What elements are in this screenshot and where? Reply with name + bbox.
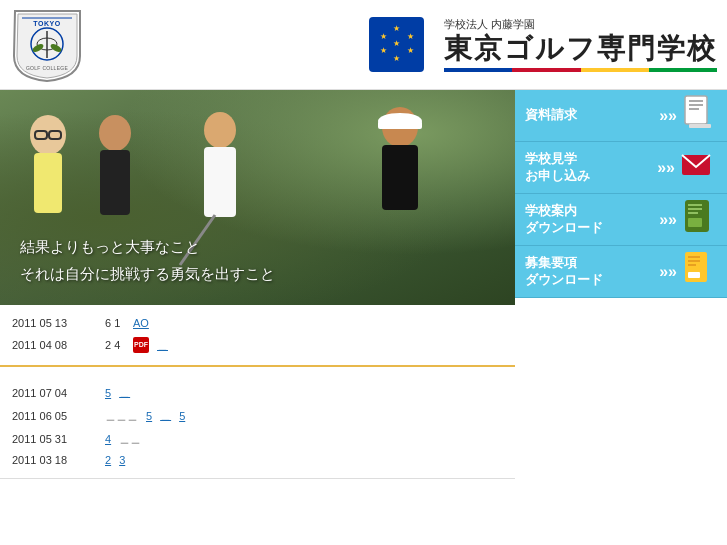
hero-quote-line1: 結果よりもっと大事なこと xyxy=(20,233,275,260)
news-row-1: 2011 05 13 6 1 AO xyxy=(12,313,503,333)
sidebar-btn-catalog-arrow: »» xyxy=(659,107,677,125)
news-row-6: 2011 03 18 2 3 xyxy=(12,450,503,470)
news-date-3: 2011 07 04 xyxy=(12,387,97,399)
color-bar xyxy=(444,68,717,72)
news-section-2: 2011 07 04 5 ＿ 2011 06 05 ＿＿＿ 5 ＿ 5 2011… xyxy=(0,367,515,479)
school-name-block: 学校法人 内藤学園 東京ゴルフ専門学校 xyxy=(444,17,717,73)
news-date-6: 2011 03 18 xyxy=(12,454,97,466)
svg-text:GOLF COLLEGE: GOLF COLLEGE xyxy=(26,65,69,71)
sidebar-btn-guide[interactable]: 学校案内 ダウンロード »» xyxy=(515,194,727,246)
sidebar-btn-visit-arrow: »» xyxy=(657,159,675,177)
svg-rect-31 xyxy=(689,104,703,106)
news-link-5[interactable]: 4 xyxy=(105,433,111,445)
content-area: 結果よりもっと大事なこと それは自分に挑戦する勇気を出すこと 2011 05 1… xyxy=(0,90,515,479)
svg-text:★: ★ xyxy=(407,32,414,41)
svg-rect-32 xyxy=(689,108,699,110)
sidebar-btn-guide-label: 学校案内 ダウンロード xyxy=(525,203,655,237)
pdf-icon[interactable]: PDF xyxy=(133,337,149,353)
news-row-4: 2011 06 05 ＿＿＿ 5 ＿ 5 xyxy=(12,404,503,427)
svg-rect-36 xyxy=(688,204,702,206)
logo-right: ★ ★ ★ ★ ★ ★ ★ 学校法人 内藤学園 東京ゴルフ専門学校 xyxy=(369,17,717,73)
school-title: 東京ゴルフ専門学校 xyxy=(444,34,717,65)
svg-rect-38 xyxy=(688,212,698,214)
eu-stars-icon: ★ ★ ★ ★ ★ ★ ★ xyxy=(369,17,424,72)
svg-rect-43 xyxy=(688,264,696,266)
svg-rect-39 xyxy=(688,218,702,227)
news-date-4: 2011 06 05 xyxy=(12,410,97,422)
news-row-5: 2011 05 31 4 ＿＿ xyxy=(12,427,503,450)
news-sep-5: ＿＿ xyxy=(119,431,141,446)
header: TOKYO GOLF COLLEGE ★ ★ ★ ★ ★ ★ ★ xyxy=(0,0,727,90)
news-row-2: 2011 04 08 2 4 PDF ＿ xyxy=(12,333,503,357)
news-link-3b[interactable]: ＿ xyxy=(119,385,130,400)
logo-left: TOKYO GOLF COLLEGE xyxy=(10,6,85,84)
sidebar-btn-guide-arrow: »» xyxy=(659,211,677,229)
svg-text:★: ★ xyxy=(393,24,400,33)
sidebar-btn-catalog[interactable]: 資料請求 »» xyxy=(515,90,727,142)
news-row-3: 2011 07 04 5 ＿ xyxy=(12,381,503,404)
svg-rect-23 xyxy=(204,147,236,217)
news-link-4b[interactable]: ＿ xyxy=(160,408,171,423)
svg-rect-37 xyxy=(688,208,702,210)
news-link-3[interactable]: 5 xyxy=(105,387,111,399)
news-text-4: ＿＿＿ xyxy=(105,408,138,423)
svg-text:★: ★ xyxy=(407,46,414,55)
sidebar-btn-catalog-label: 資料請求 xyxy=(525,107,655,124)
sidebar-btn-recruit-label: 募集要項 ダウンロード xyxy=(525,255,655,289)
school-logo: TOKYO GOLF COLLEGE xyxy=(10,6,85,84)
svg-rect-44 xyxy=(688,272,700,278)
news-num-2: 2 4 xyxy=(105,339,125,351)
sidebar-btn-recruit[interactable]: 募集要項 ダウンロード »» xyxy=(515,246,727,298)
news-date-1: 2011 05 13 xyxy=(12,317,97,329)
main-layout: 結果よりもっと大事なこと それは自分に挑戦する勇気を出すこと 2011 05 1… xyxy=(0,90,727,479)
svg-rect-25 xyxy=(382,145,418,210)
svg-text:TOKYO: TOKYO xyxy=(33,20,60,27)
svg-rect-30 xyxy=(689,100,703,102)
news-date-5: 2011 05 31 xyxy=(12,433,97,445)
svg-rect-21 xyxy=(100,150,130,215)
sidebar-btn-visit[interactable]: 学校見学 お申し込み »» xyxy=(515,142,727,194)
school-subtitle: 学校法人 内藤学園 xyxy=(444,17,717,32)
svg-text:★: ★ xyxy=(380,32,387,41)
hero-quote: 結果よりもっと大事なこと それは自分に挑戦する勇気を出すこと xyxy=(20,233,275,287)
sidebar: 資料請求 »» 学校見学 お申し込み »» xyxy=(515,90,727,479)
news-section-1: 2011 05 13 6 1 AO 2011 04 08 2 4 PDF ＿ xyxy=(0,305,515,367)
svg-point-20 xyxy=(99,115,131,151)
svg-text:★: ★ xyxy=(380,46,387,55)
sidebar-btn-visit-label: 学校見学 お申し込み xyxy=(525,151,653,185)
svg-text:★: ★ xyxy=(393,39,400,48)
svg-rect-33 xyxy=(689,124,711,128)
hero-quote-line2: それは自分に挑戦する勇気を出すこと xyxy=(20,260,275,287)
sidebar-btn-recruit-icon xyxy=(681,250,717,294)
news-date-2: 2011 04 08 xyxy=(12,339,97,351)
svg-text:★: ★ xyxy=(393,54,400,63)
svg-rect-41 xyxy=(688,256,700,258)
sidebar-btn-guide-icon xyxy=(681,198,717,242)
hero-image: 結果よりもっと大事なこと それは自分に挑戦する勇気を出すこと xyxy=(0,90,515,305)
news-link-ao[interactable]: AO xyxy=(133,317,149,329)
sidebar-btn-catalog-icon xyxy=(681,94,717,138)
news-link-4c[interactable]: 5 xyxy=(179,410,185,422)
news-link-6a[interactable]: 2 xyxy=(105,454,111,466)
svg-rect-27 xyxy=(378,121,422,129)
news-link-pdf[interactable]: ＿ xyxy=(157,338,168,353)
sidebar-btn-visit-icon xyxy=(679,147,717,189)
svg-point-22 xyxy=(204,112,236,148)
news-num-1: 6 1 xyxy=(105,317,125,329)
news-link-4a[interactable]: 5 xyxy=(146,410,152,422)
sidebar-btn-recruit-arrow: »» xyxy=(659,263,677,281)
svg-rect-42 xyxy=(688,260,700,262)
svg-rect-17 xyxy=(34,153,62,213)
news-link-6b[interactable]: 3 xyxy=(119,454,125,466)
